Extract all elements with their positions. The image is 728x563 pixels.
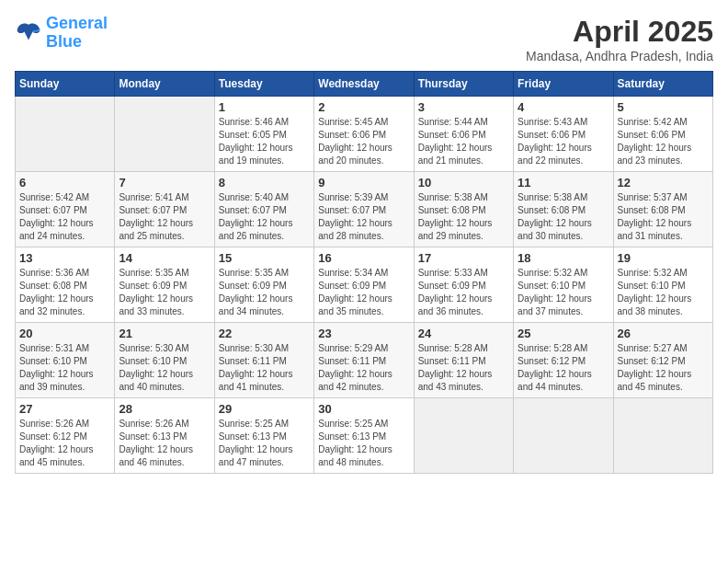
weekday-header: Friday bbox=[514, 72, 613, 97]
weekday-header: Tuesday bbox=[214, 72, 313, 97]
day-info: Sunrise: 5:43 AM Sunset: 6:06 PM Dayligh… bbox=[518, 116, 609, 167]
title-block: April 2025 Mandasa, Andhra Pradesh, Indi… bbox=[526, 15, 713, 63]
day-number: 29 bbox=[219, 402, 310, 416]
calendar-cell: 25Sunrise: 5:28 AM Sunset: 6:12 PM Dayli… bbox=[514, 323, 613, 398]
day-number: 26 bbox=[618, 327, 709, 340]
calendar-week-row: 20Sunrise: 5:31 AM Sunset: 6:10 PM Dayli… bbox=[16, 323, 713, 398]
day-number: 7 bbox=[119, 176, 210, 190]
day-info: Sunrise: 5:42 AM Sunset: 6:06 PM Dayligh… bbox=[618, 116, 709, 167]
calendar-cell: 22Sunrise: 5:30 AM Sunset: 6:11 PM Dayli… bbox=[214, 323, 313, 398]
day-number: 18 bbox=[518, 251, 609, 265]
month-title: April 2025 bbox=[526, 15, 713, 49]
day-number: 8 bbox=[219, 176, 310, 190]
calendar-cell: 30Sunrise: 5:25 AM Sunset: 6:13 PM Dayli… bbox=[314, 398, 414, 474]
calendar-cell: 1Sunrise: 5:46 AM Sunset: 6:05 PM Daylig… bbox=[214, 97, 313, 172]
calendar-cell: 17Sunrise: 5:33 AM Sunset: 6:09 PM Dayli… bbox=[414, 247, 513, 323]
day-info: Sunrise: 5:38 AM Sunset: 6:08 PM Dayligh… bbox=[418, 191, 509, 243]
day-number: 30 bbox=[318, 402, 409, 416]
calendar-week-row: 27Sunrise: 5:26 AM Sunset: 6:12 PM Dayli… bbox=[16, 398, 713, 474]
calendar-cell: 2Sunrise: 5:45 AM Sunset: 6:06 PM Daylig… bbox=[314, 97, 414, 172]
day-info: Sunrise: 5:32 AM Sunset: 6:10 PM Dayligh… bbox=[518, 267, 609, 318]
day-info: Sunrise: 5:42 AM Sunset: 6:07 PM Dayligh… bbox=[19, 191, 110, 243]
day-number: 15 bbox=[219, 251, 310, 265]
calendar-cell: 24Sunrise: 5:28 AM Sunset: 6:11 PM Dayli… bbox=[414, 323, 513, 398]
day-number: 3 bbox=[418, 100, 509, 114]
day-number: 2 bbox=[318, 100, 409, 114]
day-number: 11 bbox=[518, 176, 609, 190]
day-info: Sunrise: 5:29 AM Sunset: 6:11 PM Dayligh… bbox=[318, 342, 409, 394]
calendar-cell: 10Sunrise: 5:38 AM Sunset: 6:08 PM Dayli… bbox=[414, 172, 513, 247]
day-info: Sunrise: 5:28 AM Sunset: 6:11 PM Dayligh… bbox=[418, 342, 509, 394]
day-info: Sunrise: 5:26 AM Sunset: 6:12 PM Dayligh… bbox=[19, 418, 110, 469]
calendar-cell: 5Sunrise: 5:42 AM Sunset: 6:06 PM Daylig… bbox=[613, 97, 712, 172]
day-info: Sunrise: 5:31 AM Sunset: 6:10 PM Dayligh… bbox=[19, 342, 110, 394]
day-number: 9 bbox=[318, 176, 409, 190]
calendar-cell: 27Sunrise: 5:26 AM Sunset: 6:12 PM Dayli… bbox=[16, 398, 115, 474]
day-info: Sunrise: 5:27 AM Sunset: 6:12 PM Dayligh… bbox=[618, 342, 709, 394]
calendar-cell: 3Sunrise: 5:44 AM Sunset: 6:06 PM Daylig… bbox=[414, 97, 513, 172]
day-number: 25 bbox=[518, 327, 609, 340]
day-number: 10 bbox=[418, 176, 509, 190]
day-number: 6 bbox=[19, 176, 110, 190]
calendar-cell: 16Sunrise: 5:34 AM Sunset: 6:09 PM Dayli… bbox=[314, 247, 414, 323]
day-number: 16 bbox=[318, 251, 409, 265]
calendar-cell: 14Sunrise: 5:35 AM Sunset: 6:09 PM Dayli… bbox=[115, 247, 214, 323]
calendar-cell bbox=[115, 97, 214, 172]
calendar-cell: 7Sunrise: 5:41 AM Sunset: 6:07 PM Daylig… bbox=[115, 172, 214, 247]
day-number: 13 bbox=[19, 251, 110, 265]
day-info: Sunrise: 5:35 AM Sunset: 6:09 PM Dayligh… bbox=[119, 267, 210, 318]
calendar-cell: 4Sunrise: 5:43 AM Sunset: 6:06 PM Daylig… bbox=[514, 97, 613, 172]
day-info: Sunrise: 5:35 AM Sunset: 6:09 PM Dayligh… bbox=[219, 267, 310, 318]
calendar-cell bbox=[414, 398, 513, 474]
logo: General Blue bbox=[15, 15, 108, 52]
day-number: 23 bbox=[318, 327, 409, 340]
calendar-cell: 18Sunrise: 5:32 AM Sunset: 6:10 PM Dayli… bbox=[514, 247, 613, 323]
day-info: Sunrise: 5:46 AM Sunset: 6:05 PM Dayligh… bbox=[219, 116, 310, 167]
day-info: Sunrise: 5:38 AM Sunset: 6:08 PM Dayligh… bbox=[518, 191, 609, 243]
page-header: General Blue April 2025 Mandasa, Andhra … bbox=[15, 15, 713, 63]
day-info: Sunrise: 5:41 AM Sunset: 6:07 PM Dayligh… bbox=[119, 191, 210, 243]
day-info: Sunrise: 5:40 AM Sunset: 6:07 PM Dayligh… bbox=[219, 191, 310, 243]
calendar-cell: 29Sunrise: 5:25 AM Sunset: 6:13 PM Dayli… bbox=[214, 398, 313, 474]
calendar-cell: 12Sunrise: 5:37 AM Sunset: 6:08 PM Dayli… bbox=[613, 172, 712, 247]
calendar-cell: 19Sunrise: 5:32 AM Sunset: 6:10 PM Dayli… bbox=[613, 247, 712, 323]
location: Mandasa, Andhra Pradesh, India bbox=[526, 49, 713, 63]
day-info: Sunrise: 5:33 AM Sunset: 6:09 PM Dayligh… bbox=[418, 267, 509, 318]
logo-text: General Blue bbox=[46, 15, 108, 52]
day-info: Sunrise: 5:28 AM Sunset: 6:12 PM Dayligh… bbox=[518, 342, 609, 394]
day-info: Sunrise: 5:39 AM Sunset: 6:07 PM Dayligh… bbox=[318, 191, 409, 243]
calendar-table: SundayMondayTuesdayWednesdayThursdayFrid… bbox=[15, 71, 713, 474]
day-number: 21 bbox=[119, 327, 210, 340]
day-number: 4 bbox=[518, 100, 609, 114]
day-number: 27 bbox=[19, 402, 110, 416]
day-info: Sunrise: 5:37 AM Sunset: 6:08 PM Dayligh… bbox=[618, 191, 709, 243]
calendar-cell bbox=[16, 97, 115, 172]
day-info: Sunrise: 5:45 AM Sunset: 6:06 PM Dayligh… bbox=[318, 116, 409, 167]
day-number: 28 bbox=[119, 402, 210, 416]
calendar-cell: 13Sunrise: 5:36 AM Sunset: 6:08 PM Dayli… bbox=[16, 247, 115, 323]
calendar-cell: 20Sunrise: 5:31 AM Sunset: 6:10 PM Dayli… bbox=[16, 323, 115, 398]
calendar-cell: 11Sunrise: 5:38 AM Sunset: 6:08 PM Dayli… bbox=[514, 172, 613, 247]
day-info: Sunrise: 5:44 AM Sunset: 6:06 PM Dayligh… bbox=[418, 116, 509, 167]
calendar-cell: 21Sunrise: 5:30 AM Sunset: 6:10 PM Dayli… bbox=[115, 323, 214, 398]
day-info: Sunrise: 5:25 AM Sunset: 6:13 PM Dayligh… bbox=[318, 418, 409, 469]
calendar-week-row: 13Sunrise: 5:36 AM Sunset: 6:08 PM Dayli… bbox=[16, 247, 713, 323]
calendar-cell: 9Sunrise: 5:39 AM Sunset: 6:07 PM Daylig… bbox=[314, 172, 414, 247]
logo-icon bbox=[15, 19, 42, 47]
weekday-header: Saturday bbox=[613, 72, 712, 97]
weekday-header: Sunday bbox=[16, 72, 115, 97]
calendar-cell: 15Sunrise: 5:35 AM Sunset: 6:09 PM Dayli… bbox=[214, 247, 313, 323]
day-info: Sunrise: 5:36 AM Sunset: 6:08 PM Dayligh… bbox=[19, 267, 110, 318]
day-number: 22 bbox=[219, 327, 310, 340]
calendar-cell bbox=[613, 398, 712, 474]
day-number: 20 bbox=[19, 327, 110, 340]
day-number: 24 bbox=[418, 327, 509, 340]
calendar-cell bbox=[514, 398, 613, 474]
day-number: 5 bbox=[618, 100, 709, 114]
day-number: 1 bbox=[219, 100, 310, 114]
day-info: Sunrise: 5:32 AM Sunset: 6:10 PM Dayligh… bbox=[618, 267, 709, 318]
day-info: Sunrise: 5:30 AM Sunset: 6:10 PM Dayligh… bbox=[119, 342, 210, 394]
day-number: 14 bbox=[119, 251, 210, 265]
day-info: Sunrise: 5:26 AM Sunset: 6:13 PM Dayligh… bbox=[119, 418, 210, 469]
day-info: Sunrise: 5:34 AM Sunset: 6:09 PM Dayligh… bbox=[318, 267, 409, 318]
